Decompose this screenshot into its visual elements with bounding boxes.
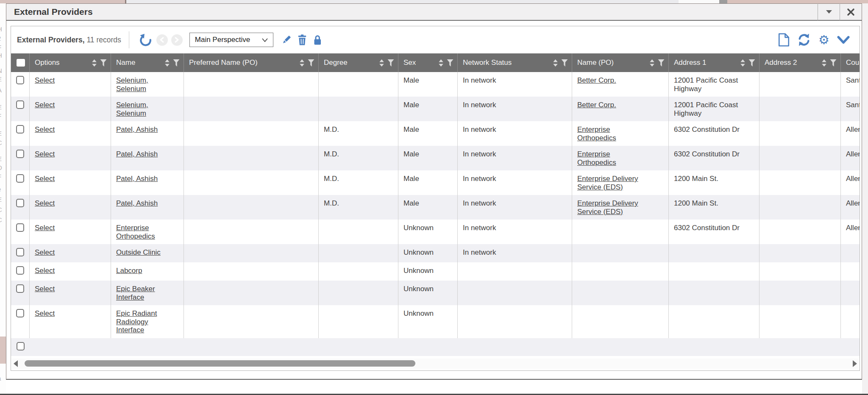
row-checkbox[interactable] bbox=[16, 309, 24, 317]
name_po-link[interactable]: Enterprise Orthopedics bbox=[577, 125, 648, 142]
table-row: SelectPatel, AshishM.D.MaleIn networkEnt… bbox=[11, 195, 860, 220]
column-header-network_status[interactable]: Network Status bbox=[458, 53, 572, 72]
row-checkbox[interactable] bbox=[16, 76, 24, 84]
providers-grid-widget: External Providers, 11 records bbox=[11, 26, 860, 371]
edit-perspective-button[interactable] bbox=[281, 34, 292, 45]
name-link[interactable]: Patel, Ashish bbox=[116, 175, 158, 183]
filter-icon[interactable] bbox=[447, 59, 453, 67]
filter-icon[interactable] bbox=[308, 59, 314, 67]
row-checkbox[interactable] bbox=[16, 284, 24, 293]
column-header-county[interactable]: County bbox=[841, 53, 860, 72]
perspective-select[interactable]: Main Perspective bbox=[189, 33, 273, 47]
forward-button[interactable] bbox=[171, 34, 183, 46]
sort-icon[interactable] bbox=[92, 59, 97, 67]
select-all-checkbox[interactable] bbox=[17, 59, 25, 67]
background-text-fragment: C bbox=[0, 216, 2, 223]
filter-icon[interactable] bbox=[387, 59, 394, 67]
sort-icon[interactable] bbox=[821, 59, 827, 67]
select-link[interactable]: Select bbox=[35, 125, 55, 134]
scroll-right-button[interactable] bbox=[851, 359, 859, 368]
refresh-button[interactable] bbox=[797, 33, 811, 47]
sort-icon[interactable] bbox=[379, 59, 384, 67]
column-header-address2[interactable]: Address 2 bbox=[760, 53, 841, 72]
name_po-link[interactable]: Enterprise Delivery Service (EDS) bbox=[577, 199, 648, 216]
close-button[interactable] bbox=[840, 3, 862, 20]
checkbox-cell bbox=[11, 97, 30, 121]
collapse-window-button[interactable] bbox=[818, 3, 840, 20]
scroll-left-button[interactable] bbox=[12, 359, 19, 368]
column-header-address1[interactable]: Address 1 bbox=[669, 53, 760, 72]
select-link[interactable]: Select bbox=[35, 248, 55, 257]
back-button[interactable] bbox=[156, 34, 168, 46]
select-link[interactable]: Select bbox=[35, 309, 55, 318]
row-checkbox[interactable] bbox=[16, 100, 24, 109]
cell-options: Select bbox=[30, 305, 111, 338]
name-link[interactable]: Epic Beaker Interface bbox=[116, 285, 172, 301]
row-checkbox[interactable] bbox=[16, 266, 24, 275]
column-label: Degree bbox=[324, 58, 348, 67]
column-label: Preferred Name (PO) bbox=[189, 58, 258, 67]
sort-icon[interactable] bbox=[649, 59, 655, 67]
select-link[interactable]: Select bbox=[35, 224, 55, 232]
name_po-link[interactable]: Enterprise Orthopedics bbox=[577, 150, 648, 167]
checkbox-cell bbox=[11, 338, 30, 356]
filter-icon[interactable] bbox=[830, 59, 837, 67]
filter-icon[interactable] bbox=[658, 59, 665, 67]
filter-icon[interactable] bbox=[561, 59, 568, 67]
row-checkbox[interactable] bbox=[16, 125, 24, 134]
collapse-grid-button[interactable] bbox=[837, 35, 850, 45]
select-link[interactable]: Select bbox=[35, 175, 55, 183]
sort-icon[interactable] bbox=[553, 59, 558, 67]
select-link[interactable]: Select bbox=[35, 101, 55, 109]
name-link[interactable]: Patel, Ashish bbox=[116, 125, 158, 134]
settings-button[interactable]: ⚙ bbox=[818, 34, 829, 46]
select-link[interactable]: Select bbox=[35, 285, 55, 293]
sort-icon[interactable] bbox=[740, 59, 746, 67]
name_po-link[interactable]: Better Corp. bbox=[577, 101, 616, 109]
row-checkbox[interactable] bbox=[16, 174, 24, 183]
column-header-sex[interactable]: Sex bbox=[398, 53, 458, 72]
lock-perspective-button[interactable] bbox=[312, 34, 323, 45]
column-header-options[interactable]: Options bbox=[30, 53, 111, 72]
row-checkbox[interactable] bbox=[16, 248, 24, 256]
scrollbar-track[interactable] bbox=[19, 360, 851, 367]
cell-address2 bbox=[760, 281, 841, 305]
select-link[interactable]: Select bbox=[35, 76, 55, 85]
select-link[interactable]: Select bbox=[35, 150, 55, 159]
name_po-link[interactable]: Enterprise Delivery Service (EDS) bbox=[577, 175, 648, 191]
name-link[interactable]: Patel, Ashish bbox=[116, 199, 158, 208]
row-checkbox[interactable] bbox=[16, 199, 24, 207]
row-checkbox[interactable] bbox=[16, 150, 24, 158]
column-header-preferred_name[interactable]: Preferred Name (PO) bbox=[184, 53, 319, 72]
sort-icon[interactable] bbox=[438, 59, 444, 67]
name-link[interactable]: Patel, Ashish bbox=[116, 150, 158, 159]
name-link[interactable]: Epic Radiant Radiology Interface bbox=[116, 309, 172, 334]
row-checkbox[interactable] bbox=[16, 223, 24, 232]
cell-options: Select bbox=[30, 146, 111, 170]
filter-icon[interactable] bbox=[173, 59, 180, 67]
sort-icon[interactable] bbox=[299, 59, 305, 67]
column-header-degree[interactable]: Degree bbox=[319, 53, 398, 72]
sort-icon[interactable] bbox=[164, 59, 170, 67]
name-link[interactable]: Enterprise Orthopedics bbox=[116, 224, 172, 240]
name-link[interactable]: Labcorp bbox=[116, 267, 142, 275]
undo-button[interactable] bbox=[139, 33, 152, 46]
filter-icon[interactable] bbox=[100, 59, 107, 67]
checkbox-cell bbox=[11, 195, 30, 220]
cell-preferred_name bbox=[184, 262, 319, 281]
name-link[interactable]: Selenium, Selenium bbox=[116, 101, 172, 117]
name_po-link[interactable]: Better Corp. bbox=[577, 76, 616, 85]
background-text-fragment: F bbox=[0, 112, 1, 120]
column-header-name_po[interactable]: Name (PO) bbox=[572, 53, 669, 72]
table-row: SelectOutside ClinicUnknownIn network bbox=[11, 244, 860, 262]
name-link[interactable]: Outside Clinic bbox=[116, 248, 161, 257]
column-header-name[interactable]: Name bbox=[111, 53, 184, 72]
delete-perspective-button[interactable] bbox=[297, 34, 307, 45]
select-link[interactable]: Select bbox=[35, 199, 55, 208]
new-record-button[interactable] bbox=[778, 33, 790, 47]
row-checkbox[interactable] bbox=[17, 342, 25, 350]
filter-icon[interactable] bbox=[748, 59, 755, 67]
name-link[interactable]: Selenium, Selenium bbox=[116, 76, 172, 93]
scrollbar-thumb[interactable] bbox=[25, 360, 415, 367]
select-link[interactable]: Select bbox=[35, 267, 55, 275]
